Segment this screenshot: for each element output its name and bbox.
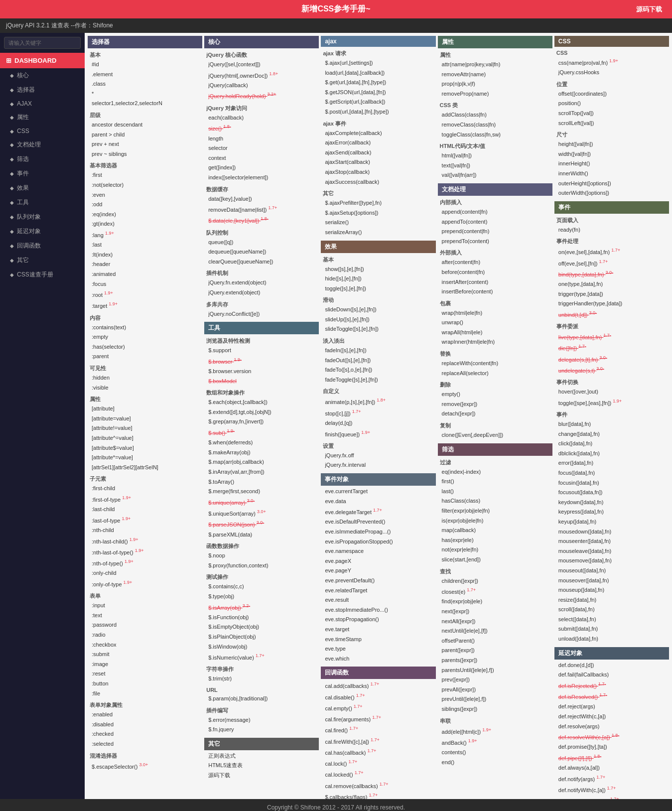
main-layout: ⊞ DASHBOARD ◆ 核心 ◆ 选择器 ◆ AJAX ◆ 属性 ◆ CSS <box>0 33 672 799</box>
selector-attribute: 属性 [attribute] [attribute=value] [attrib… <box>88 395 202 472</box>
doc-delete: 删除 empty() remove([expr]) detach([expr]) <box>438 380 552 419</box>
search-input[interactable] <box>4 37 81 49</box>
item: scrollLeft([val]) <box>554 119 669 129</box>
sidebar-item-css[interactable]: ◆ CSS <box>0 125 85 137</box>
item: map(callback) <box>438 526 552 536</box>
item: appendTo(content) <box>438 217 552 227</box>
source-download-link[interactable]: 源码下载 <box>636 5 662 14</box>
item: toggle([s],[e],[fn]) <box>321 284 435 294</box>
item: 正则表达式 <box>204 751 319 761</box>
item: andBack() 1.9+ <box>438 737 552 748</box>
item: $.getScript(url,[callback]) <box>321 97 435 107</box>
plugin-write-title: 插件编写 <box>204 706 319 715</box>
item: jQuery.holdReady(hold) 3.2+ <box>204 90 319 101</box>
item: cal.has(callback) 1.7+ <box>321 747 435 758</box>
core-icon: ◆ <box>10 73 14 78</box>
selector-basic-title: 基本 <box>88 50 202 60</box>
item: eve.pageY <box>321 566 435 576</box>
item: eve.which <box>321 654 435 664</box>
item: def.notifyWith(c,[a]) 1.7+ <box>554 784 669 795</box>
sidebar-item-effect[interactable]: ◆ 效果 <box>0 181 85 195</box>
sidebar-item-ajax[interactable]: ◆ AJAX <box>0 97 85 110</box>
filter-search: 查找 children([expr]) closest(e) 1.7+ find… <box>438 567 552 714</box>
item: unwrap() <box>438 318 552 328</box>
sidebar-item-label: CSS <box>17 128 29 135</box>
prop-css-class: CSS 类 addClass(class|fn) removeClass(cla… <box>438 101 552 139</box>
data-cache-title: 数据缓存 <box>204 185 319 194</box>
sidebar-item-callback[interactable]: ◆ 回调函数 <box>0 239 85 253</box>
sidebar-item-event[interactable]: ◆ 事件 <box>0 166 85 181</box>
sidebar-item-tool[interactable]: ◆ 工具 <box>0 195 85 210</box>
item: $.toArray() <box>204 477 319 487</box>
item: innerHeight() <box>554 159 669 169</box>
item: def.resolveWith(c,[a]) 1.8- <box>554 731 669 742</box>
item: :last-of-type 1.9+ <box>88 515 202 526</box>
sidebar-item-css-handbook[interactable]: ◆ CSS速查手册 <box>0 268 85 282</box>
sidebar-item-other[interactable]: ◆ 其它 <box>0 253 85 268</box>
item: is(expr|obj|ele|fn) <box>438 516 552 526</box>
callback-icon: ◆ <box>10 243 14 249</box>
item: unbind(t,[d]) 3.0- <box>554 309 669 320</box>
url-ops: URL $.param(obj,[traditional]) <box>204 686 319 704</box>
sidebar-item-selector[interactable]: ◆ 选择器 <box>0 83 85 97</box>
item: $.grep(array,fn,[invert]) <box>204 417 319 427</box>
item: toggleClass(class|fn,sw) <box>438 130 552 140</box>
item: focusout([data,fn]) <box>554 488 669 498</box>
item: .element <box>88 70 202 80</box>
selector-visibility: 可见性 :hidden :visible <box>88 364 202 393</box>
footer-text: Copyright © Shifone 2012 - 2017 All righ… <box>267 804 405 811</box>
string-ops-title: 字符串操作 <box>204 665 319 674</box>
item: removeAttr(name) <box>438 70 552 80</box>
ajax-title: ajax <box>321 36 435 47</box>
sidebar-item-filter[interactable]: ◆ 筛选 <box>0 152 85 166</box>
sidebar-item-deferred[interactable]: ◆ 延迟对象 <box>0 224 85 239</box>
item: width([val|fn]) <box>554 149 669 159</box>
deferred-section-title: 延迟对象 <box>554 647 669 660</box>
item: context <box>204 153 319 163</box>
item: [attribute^=value] <box>88 433 202 443</box>
item: cal.empty() 1.7+ <box>321 702 435 713</box>
sidebar-item-queue[interactable]: ◆ 队列对象 <box>0 210 85 224</box>
item: $.noop <box>204 551 319 561</box>
item: [attribute*=value] <box>88 453 202 463</box>
item: position() <box>554 99 669 109</box>
item: :radio <box>88 630 202 640</box>
item: fadeIn([s],[e],[fn]) <box>321 346 435 356</box>
item: :first-child <box>88 484 202 494</box>
item: dequeue([queueName]) <box>204 247 319 257</box>
item: eq(index|-index) <box>438 467 552 477</box>
html-title: HTML代码/文本/值 <box>438 141 552 151</box>
item: mousemove([data],fn) <box>554 556 669 566</box>
doc-outer-insert: 外部插入 after(content|fn) before(content|fn… <box>438 248 552 296</box>
item: :lt(index) <box>88 250 202 260</box>
core-plugin: 插件机制 jQuery.fn.extend(object) jQuery.ext… <box>204 269 319 297</box>
selector-icon: ◆ <box>10 87 14 93</box>
item: queue([q]) <box>204 238 319 248</box>
item: :image <box>88 660 202 670</box>
sidebar-item-core[interactable]: ◆ 核心 <box>0 68 85 83</box>
item: show([s],[e],[fn]) <box>321 265 435 274</box>
effect-slide: 滑动 slideDown([s],[e],[fn]) slideUp([s],[… <box>321 295 435 334</box>
item: wrapAll(html|ele) <box>438 328 552 338</box>
item: parents([expr]) <box>438 656 552 666</box>
item: prevAll([expr]) <box>438 685 552 695</box>
item: :nth-of-type() 1.9+ <box>88 557 202 568</box>
item: $.uniqueSort(array) 3.0+ <box>204 508 319 519</box>
dashboard-item[interactable]: ⊞ DASHBOARD <box>0 53 85 68</box>
item: eve.isPropagationStopped() <box>321 537 435 547</box>
item: def.reject(args) <box>554 702 669 712</box>
css-position: 位置 offset([coordinates]) position() scro… <box>554 80 669 128</box>
sidebar-item-doc[interactable]: ◆ 文档处理 <box>0 137 85 152</box>
sidebar-item-property[interactable]: ◆ 属性 <box>0 110 85 125</box>
plugin-write: 插件编写 $.error(message) $.fn.jquery <box>204 706 319 735</box>
item: $.isNumeric(value) 1.7+ <box>204 652 319 663</box>
item: $.ajaxSetup([options]) <box>321 208 435 218</box>
item: eve.data <box>321 497 435 507</box>
item: animate(p,[s],[e],[fn]) 1.8+ <box>321 396 435 407</box>
item: ajaxComplete(callback) <box>321 129 435 138</box>
wrap-title: 包裹 <box>438 299 552 308</box>
app-wrapper: 新增CSS参考手册~ 源码下载 jQuery API 3.2.1 速查表 --作… <box>0 0 672 811</box>
event-obj-title: 事件对象 <box>321 473 435 486</box>
multi-title: 多库共存 <box>204 300 319 309</box>
item: cal.remove(callbacks) 1.7+ <box>321 780 435 791</box>
